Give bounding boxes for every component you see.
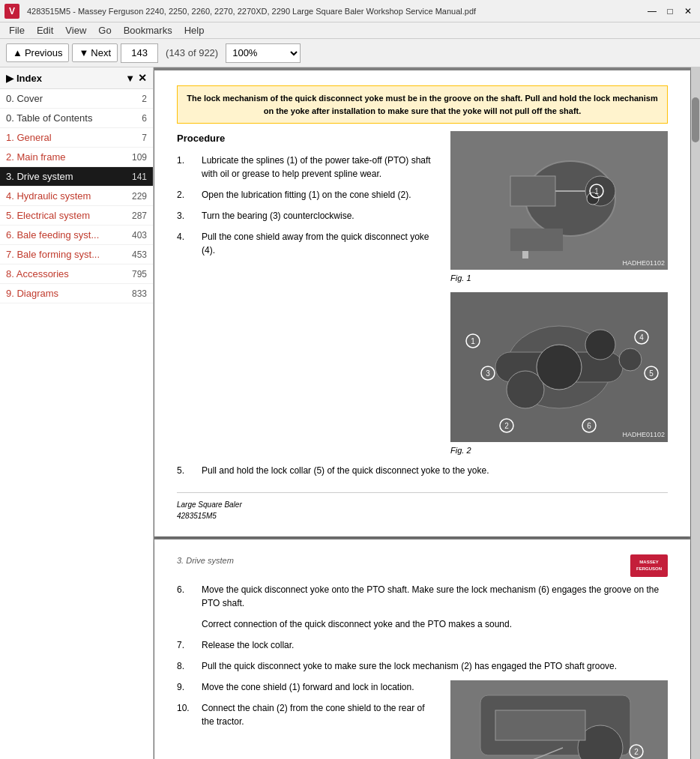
pdf-page-1: The lock mechanism of the quick disconne… xyxy=(154,70,690,536)
svg-text:1: 1 xyxy=(594,187,599,196)
figure-3-image: 2 xyxy=(450,680,668,759)
title-bar: V 4283515M5 - Massey Ferguson 2240, 2250… xyxy=(0,0,700,22)
minimize-button[interactable]: — xyxy=(645,4,660,19)
menu-help[interactable]: Help xyxy=(178,23,211,37)
menu-view[interactable]: View xyxy=(59,23,92,37)
vscrollbar-thumb[interactable] xyxy=(692,97,699,142)
menu-bar: File Edit View Go Bookmarks Help xyxy=(0,22,700,39)
page-count: (143 of 922) xyxy=(161,47,223,58)
figure-2-image: 1 2 3 4 5 6 HADHE01102 xyxy=(450,292,668,442)
menu-file[interactable]: File xyxy=(3,23,31,37)
window-title: 4283515M5 - Massey Ferguson 2240, 2250, … xyxy=(27,7,645,16)
svg-text:1: 1 xyxy=(471,337,475,345)
page-input[interactable] xyxy=(121,43,158,63)
figure-1-area: 1 HADHE01102 Fig. 1 xyxy=(450,131,668,285)
sidebar-item-diagrams[interactable]: 9. Diagrams 833 xyxy=(0,284,153,303)
svg-point-15 xyxy=(619,348,642,371)
section-header: 3. Drive system xyxy=(177,554,668,567)
step-10: 10. Connect the chain (2) from the cone … xyxy=(177,701,439,728)
sidebar-header: ▶ Index ▼ ✕ xyxy=(0,67,153,89)
step-5: 5. Pull and hold the lock collar (5) of … xyxy=(177,464,668,477)
massey-logo: MASSEYFERGUSON xyxy=(630,554,668,577)
svg-text:5: 5 xyxy=(649,369,654,378)
sidebar: ▶ Index ▼ ✕ 0. Cover 2 0. Table of Conte… xyxy=(0,67,154,759)
footer-title: Large Square Baler xyxy=(177,499,668,510)
prev-button[interactable]: ▲ Previous xyxy=(6,43,69,62)
sidebar-item-baleforming[interactable]: 7. Bale forming syst... 453 xyxy=(0,245,153,264)
svg-text:2: 2 xyxy=(504,422,509,430)
step-3: 3. Turn the bearing (3) counterclockwise… xyxy=(177,209,439,223)
svg-text:4: 4 xyxy=(639,333,644,342)
expand-icon[interactable]: ▶ xyxy=(6,73,13,84)
svg-text:2: 2 xyxy=(634,748,639,756)
svg-point-16 xyxy=(537,345,582,390)
toolbar: ▲ Previous ▼ Next (143 of 922) 100% 50% … xyxy=(0,39,700,67)
sidebar-title: Index xyxy=(16,73,125,84)
close-sidebar-icon[interactable]: ✕ xyxy=(138,72,147,84)
sidebar-item-mainframe[interactable]: 2. Main frame 109 xyxy=(0,148,153,167)
sidebar-item-electrical[interactable]: 5. Electrical system 287 xyxy=(0,206,153,226)
menu-go[interactable]: Go xyxy=(92,23,117,37)
step-6: 6. Move the quick disconnect yoke onto t… xyxy=(177,583,668,610)
page-footer-1: Large Square Baler 4283515M5 xyxy=(177,492,668,521)
step-2: 2. Open the lubrication fitting (1) on t… xyxy=(177,188,439,202)
close-button[interactable]: ✕ xyxy=(681,4,696,19)
svg-text:6: 6 xyxy=(587,422,591,430)
sidebar-item-drivesystem[interactable]: 3. Drive system 141 xyxy=(0,167,153,187)
warning-box: The lock mechanism of the quick disconne… xyxy=(177,85,668,124)
sidebar-item-toc[interactable]: 0. Table of Contents 6 xyxy=(0,109,153,128)
step-6-note: Correct connection of the quick disconne… xyxy=(202,617,668,631)
sidebar-item-balefeeding[interactable]: 6. Bale feeding syst... 403 xyxy=(0,226,153,245)
step-4: 4. Pull the cone shield away from the qu… xyxy=(177,230,439,257)
figure-1-caption: Fig. 1 xyxy=(450,272,668,285)
main-layout: ▶ Index ▼ ✕ 0. Cover 2 0. Table of Conte… xyxy=(0,67,700,759)
figure-1-label: HADHE01102 xyxy=(622,258,665,269)
svg-text:3: 3 xyxy=(486,369,490,378)
svg-rect-32 xyxy=(495,710,585,740)
step-1: 1. Lubricate the splines (1) of the powe… xyxy=(177,154,439,181)
step-9: 9. Move the cone shield (1) forward and … xyxy=(177,680,439,694)
figure-2-caption: Fig. 2 xyxy=(450,444,668,457)
maximize-button[interactable]: □ xyxy=(663,4,678,19)
figure-2-label: HADHE01102 xyxy=(622,430,665,441)
svg-rect-9 xyxy=(510,229,563,251)
pdf-content[interactable]: The lock mechanism of the quick disconne… xyxy=(154,67,691,759)
menu-bookmarks[interactable]: Bookmarks xyxy=(118,23,178,37)
svg-rect-3 xyxy=(510,176,555,206)
figure-1-image: 1 HADHE01102 xyxy=(450,131,668,270)
sidebar-item-accessories[interactable]: 8. Accessories 795 xyxy=(0,264,153,284)
figure-3-area: 2 xyxy=(450,680,668,759)
vertical-scrollbar[interactable] xyxy=(691,67,700,759)
dropdown-icon[interactable]: ▼ xyxy=(125,73,135,84)
app-icon: V xyxy=(4,4,19,19)
chevron-down-icon: ▼ xyxy=(79,47,88,58)
step-8: 8. Pull the quick disconnect yoke to mak… xyxy=(177,659,668,673)
window-controls: — □ ✕ xyxy=(645,4,696,19)
footer-model: 4283515M5 xyxy=(177,510,668,521)
zoom-select[interactable]: 100% 50% 75% 125% 150% 200% xyxy=(226,43,301,63)
pdf-page-2: MASSEYFERGUSON 3. Drive system 6. Move t… xyxy=(154,539,690,759)
next-button[interactable]: ▼ Next xyxy=(72,43,118,62)
sidebar-item-hydraulic[interactable]: 4. Hydraulic system 229 xyxy=(0,187,153,206)
figure-2-area: 1 2 3 4 5 6 HADHE01102 Fig. 2 xyxy=(450,292,668,457)
sidebar-item-general[interactable]: 1. General 7 xyxy=(0,128,153,148)
sidebar-item-cover[interactable]: 0. Cover 2 xyxy=(0,89,153,109)
step-7: 7. Release the lock collar. xyxy=(177,638,668,652)
chevron-up-icon: ▲ xyxy=(13,47,22,58)
svg-point-14 xyxy=(585,330,615,360)
menu-edit[interactable]: Edit xyxy=(31,23,59,37)
